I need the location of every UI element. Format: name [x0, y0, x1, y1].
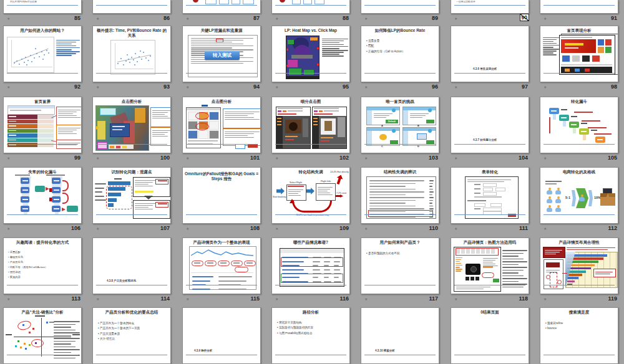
slide-number: 116	[339, 295, 349, 302]
slide-number: 87	[253, 15, 260, 21]
callout-box	[150, 127, 171, 146]
slide-96-thumbnail[interactable]: 如何降低LP的Bounce Rate 流量质量 匹配 正确的引导（Call to…	[361, 26, 439, 82]
slide-118-thumbnail[interactable]: 产品详情页：热图方法适用吗	[451, 237, 529, 294]
slide-116-thumbnail[interactable]: 哪些产品情况靠谱?	[271, 237, 350, 294]
slide-92-thumbnail[interactable]: 用户如何进入你的网站？	[3, 26, 82, 82]
slide-number: 86	[163, 15, 170, 21]
slide-123-thumbnail[interactable]: 路径分析 发现异常页面结构 实际路径与预期路径的差异 与用户usability测…	[271, 307, 350, 364]
animation-indicator-icon: ★	[96, 226, 99, 231]
slide-114-thumbnail[interactable]: 4.3.8 产品页分析和优化	[92, 237, 171, 294]
slide-number: 118	[519, 295, 528, 302]
slide-91-thumbnail[interactable]	[540, 0, 618, 14]
slide-97-thumbnail[interactable]: 4.3.6 首页表现分析	[451, 26, 529, 82]
slide-number: 94	[253, 84, 260, 90]
red-dashed-highlight	[106, 186, 132, 209]
variant-card-a: Default	[366, 107, 400, 125]
slide-number: 106	[71, 225, 80, 231]
slide-103-thumbnail[interactable]: 唯一首页的挑战 Default A B C D	[361, 97, 439, 153]
report-screenshot	[133, 200, 170, 219]
animation-indicator-icon: ★	[7, 226, 10, 231]
slide-120-thumbnail[interactable]: 产品“关注-销售比”分析	[3, 307, 82, 364]
form-screenshot	[465, 176, 519, 219]
slide-90-thumbnail[interactable]: 一些测试功能说明	[451, 0, 529, 14]
animation-indicator-icon: ★	[7, 297, 10, 301]
slide-98-thumbnail[interactable]: 首页表现分析	[540, 26, 618, 82]
slide-104-thumbnail[interactable]: 4.3.7 转化漏斗分析	[451, 97, 529, 153]
slide-111-thumbnail[interactable]: 表单转化	[451, 167, 529, 224]
slide-95-thumbnail[interactable]: LP: Heat Map vs. Click Map	[271, 26, 350, 82]
slide-title: 搜索满足度	[542, 310, 616, 315]
slide-title: 关键LP泄漏点和流量源	[185, 28, 258, 33]
slide-title: LP: Heat Map vs. Click Map	[274, 28, 348, 33]
red-highlight-box	[456, 248, 499, 256]
slide-86-thumbnail[interactable]	[92, 0, 171, 14]
red-circle-highlight	[195, 123, 209, 130]
slide-121-thumbnail[interactable]: 产品页分析和优化的要点总结 产品页作为一个整体的转化 产品页作为一个整体的下一页…	[92, 307, 171, 364]
slide-126-thumbnail[interactable]: 搜索满足度 搜索词refine bounce	[540, 307, 618, 364]
callout-box	[223, 108, 261, 128]
list-report-screenshot	[366, 176, 436, 219]
slide-88-thumbnail[interactable]	[271, 0, 350, 14]
slide-title: 产品“关注-销售比”分析	[6, 310, 79, 315]
animation-indicator-icon: ★	[186, 297, 189, 301]
slide-99-thumbnail[interactable]: 首页首屏	[3, 97, 82, 153]
slide-119-thumbnail[interactable]: 产品详情页布局合理性	[540, 237, 618, 294]
slide-107-thumbnail[interactable]: 识别转化问题：泄露点	[92, 167, 171, 224]
slide-105-thumbnail[interactable]: 转化漏斗	[540, 97, 618, 153]
slide-106-thumbnail[interactable]: 失常的转化漏斗	[3, 167, 82, 224]
slide-85-thumbnail[interactable]: 对比不同PV指标对比结果	[3, 0, 82, 14]
slide-117-thumbnail[interactable]: 用户如何来到产品页？ 是否和预期的方式有不同.	[361, 237, 439, 294]
slide-number: 109	[339, 225, 349, 231]
animation-indicator-icon: ★	[186, 16, 189, 21]
slide-title: 产品详情页：热图方法适用吗	[453, 240, 527, 245]
slide-102-thumbnail[interactable]: 细分点击图	[271, 97, 350, 153]
slide-93-thumbnail[interactable]: 额外提示: Time, PV和Bounce Rate 的关系	[92, 26, 171, 82]
slide-title: 首页表现分析	[542, 28, 616, 33]
animation-indicator-icon: ★	[7, 85, 10, 89]
analytics-screenshot	[189, 246, 256, 290]
slide-title: 用户如何来到产品页？	[363, 240, 437, 245]
slide-113-thumbnail[interactable]: 兴趣阅读：提升转化率的方式 流量匹配 着陆页优化 产品页优化 结账引导（诱导和C…	[3, 237, 82, 294]
slide-109-thumbnail[interactable]: 转化结构失调 24.4% Exit directly Select Flight…	[271, 167, 350, 224]
slide-title: 识别转化问题：泄露点	[95, 170, 168, 175]
animation-indicator-icon: ★	[454, 85, 457, 89]
section-label: 4.3.9 路径分析	[194, 349, 212, 352]
slide-112-thumbnail[interactable]: 电商转化的及格线 5:1 10%	[540, 167, 618, 224]
slide-title: 表单转化	[453, 170, 527, 175]
slide-100-thumbnail[interactable]: 点击图分析	[92, 97, 171, 153]
animation-indicator-icon: ★	[364, 16, 368, 21]
slide-number: 117	[429, 295, 438, 302]
slide-122-thumbnail[interactable]: 4.3.9 路径分析	[182, 307, 261, 364]
slide-115-thumbnail[interactable]: 产品详情页作为一个整体的表现	[182, 237, 261, 294]
slide-89-thumbnail[interactable]	[361, 0, 439, 14]
slide-124-thumbnail[interactable]: 4.3.10 搜索分析	[361, 307, 439, 364]
red-highlight-box	[368, 210, 433, 217]
outline-text-placeholder	[543, 36, 559, 57]
animation-indicator-icon: ★	[96, 297, 99, 301]
animation-indicator-icon: ★	[544, 16, 547, 21]
slide-94-thumbnail[interactable]: 关键LP泄漏点和流量源 转入测试	[182, 26, 261, 82]
section-label: 4.3.10 搜索分析	[375, 349, 395, 352]
slide-title: 产品详情页布局合理性	[542, 240, 616, 245]
slide-110-thumbnail[interactable]: 结构性失调的辨识	[361, 167, 439, 224]
animation-indicator-icon: ★	[364, 297, 368, 301]
animation-indicator-icon: ★	[275, 156, 278, 160]
bullet-list: 流量质量 匹配 正确的引导（Call to Action）	[366, 39, 436, 55]
animation-indicator-icon: ★	[275, 297, 278, 301]
slide-title: 电商转化的及格线	[542, 170, 616, 175]
slide-number: 103	[429, 155, 438, 161]
slide-125-thumbnail[interactable]: 0结果页面	[451, 307, 529, 364]
slide-title: 0结果页面	[453, 310, 527, 315]
green-highlight-rows	[281, 274, 343, 283]
slide-108-thumbnail[interactable]: Omniture的Fallout报告和GA的 Goals = Steps 报告	[182, 167, 261, 224]
ecommerce-screenshot	[276, 107, 311, 149]
slide-87-thumbnail[interactable]	[182, 0, 261, 14]
slide-number: 98	[611, 84, 617, 90]
section-label: 4.3.7 转化漏斗分析	[473, 138, 497, 141]
red-circle-shape	[280, 0, 285, 2]
slide-101-thumbnail[interactable]: 点击图分析	[182, 97, 261, 153]
funnel-arrow	[144, 196, 153, 199]
animation-indicator-icon: ★	[275, 226, 278, 231]
animation-indicator-icon: ★	[454, 297, 457, 301]
step-labels-placeholder	[95, 181, 106, 203]
